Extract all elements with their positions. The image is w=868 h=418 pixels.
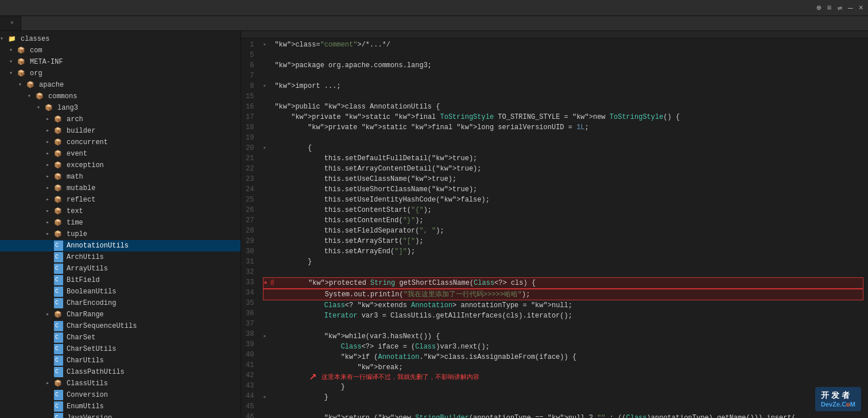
title-bar-tools: ⊕ ≡ ⇌ — × [816, 3, 863, 13]
tree-arrow: ▾ [0, 34, 8, 44]
code-line: this.setUseShortClassName("kw">true); [263, 184, 863, 195]
close-icon[interactable]: × [859, 3, 863, 13]
minimize-icon[interactable]: — [848, 3, 852, 13]
sidebar-item-org[interactable]: ▾📦org [0, 68, 241, 79]
sidebar-item-time[interactable]: ▸📦time [0, 217, 241, 229]
sync-icon[interactable]: ⊕ [816, 3, 821, 13]
code-line [263, 133, 863, 143]
class-icon: C [54, 344, 63, 354]
sidebar-item-meta-inf[interactable]: ▾📦META-INF [0, 56, 241, 68]
line-number: 43 [246, 381, 254, 391]
code-text: { [274, 143, 312, 153]
class-icon: C [54, 264, 63, 274]
list-icon[interactable]: ≡ [827, 3, 831, 13]
tree-arrow: ▸ [46, 195, 54, 205]
sidebar-item-label: tuple [67, 229, 87, 239]
sidebar-item-commons[interactable]: ▾📦commons [0, 91, 241, 102]
arrow-icon: ↗ [309, 371, 316, 382]
sidebar-item-bitfield[interactable]: CBitField [0, 274, 241, 286]
package-icon: 📦 [26, 80, 36, 90]
sidebar-item-label: arch [67, 114, 83, 125]
tree-arrow: ▸ [46, 309, 54, 320]
package-icon: 📦 [17, 45, 26, 56]
sidebar-item-tuple[interactable]: ▸📦tuple [0, 229, 241, 240]
sidebar-item-classutils[interactable]: ▸📦ClassUtils [0, 378, 241, 389]
code-gutter: ▸ [263, 81, 274, 91]
code-line [263, 50, 863, 60]
sidebar-item-charencoding[interactable]: CCharEncoding [0, 297, 241, 309]
code-text: Iterator var3 = ClassUtils.getAllInterfa… [274, 311, 572, 321]
code-line: this.setArrayStart("["); [263, 236, 863, 246]
code-line: Class<? "kw">extends Annotation> annotat… [263, 300, 863, 311]
tab-annotationutils[interactable]: × [0, 16, 21, 30]
sidebar-item-concurrent[interactable]: ▸📦concurrent [0, 137, 241, 148]
code-text: } [274, 257, 312, 267]
code-text: "kw">if (Annotation."kw">class.isAssigna… [274, 352, 576, 362]
code-text: this.setArrayContentDetail("kw">true); [274, 164, 481, 174]
class-icon: C [54, 298, 63, 308]
package-icon: 📦 [54, 160, 63, 171]
sidebar-item-arch[interactable]: ▸📦arch [0, 114, 241, 125]
sidebar-item-label: AnnotationUtils [67, 241, 129, 251]
sidebar-item-classes[interactable]: ▾📁classes [0, 33, 241, 45]
tab-close-button[interactable]: × [10, 20, 14, 26]
class-icon: C [54, 241, 63, 251]
package-icon: 📦 [54, 229, 63, 239]
code-content[interactable]: 1567815161718192021222324252627282930313… [241, 38, 868, 418]
code-text: "kw">private "kw">static "kw">final ToSt… [274, 112, 680, 122]
sidebar-item-label: ClassUtils [67, 378, 108, 389]
sidebar-item-label: CharSetUtils [67, 344, 116, 354]
code-text: this.setUseIdentityHashCode("kw">false); [274, 195, 489, 205]
sidebar-item-com[interactable]: ▾📦com [0, 45, 241, 56]
sidebar-item-label: reflect [67, 195, 95, 205]
line-number: 37 [246, 319, 254, 329]
sidebar-item-javaversion[interactable]: CJavaVersion [0, 412, 241, 418]
sidebar-item-math[interactable]: ▸📦math [0, 171, 241, 183]
tree-arrow: ▸ [46, 160, 54, 171]
code-line [263, 91, 863, 102]
swap-icon[interactable]: ⇌ [838, 3, 842, 13]
line-number: 29 [246, 236, 254, 246]
sidebar-item-builder[interactable]: ▸📦builder [0, 125, 241, 137]
sidebar-item-reflect[interactable]: ▸📦reflect [0, 194, 241, 206]
sidebar-item-booleanutils[interactable]: CBooleanUtils [0, 286, 241, 297]
line-number: 21 [246, 153, 254, 164]
sidebar-item-label: CharSet [67, 332, 95, 343]
code-text: this.setArrayStart("["); [274, 236, 423, 246]
sidebar-item-enumutils[interactable]: CEnumUtils [0, 401, 241, 412]
code-text: "kw">while(var3.hasNext()) { [274, 331, 440, 342]
code-line: ▸ { [263, 143, 863, 153]
decompile-bar [241, 31, 868, 38]
sidebar-item-label: apache [39, 80, 64, 90]
code-text: } [274, 382, 344, 392]
sidebar-item-mutable[interactable]: ▸📦mutable [0, 183, 241, 194]
sidebar-item-conversion[interactable]: CConversion [0, 389, 241, 401]
code-line: "kw">public "kw">class AnnotationUtils { [263, 102, 863, 112]
sidebar-item-label: concurrent [67, 137, 108, 148]
sidebar-item-charsequenceutils[interactable]: CCharSequenceUtils [0, 320, 241, 332]
sidebar-item-charutils[interactable]: CCharUtils [0, 355, 241, 366]
tree-arrow: ▸ [46, 172, 54, 182]
tree-arrow: ▸ [46, 126, 54, 136]
sidebar-item-annotationutils[interactable]: CAnnotationUtils [0, 240, 241, 251]
package-icon: 📦 [54, 206, 63, 216]
sidebar-item-lang3[interactable]: ▾📦lang3 [0, 102, 241, 114]
sidebar-item-label: CharSequenceUtils [67, 321, 137, 331]
code-text: "kw">public "kw">class AnnotationUtils { [274, 102, 440, 112]
sidebar-item-charset[interactable]: CCharSet [0, 332, 241, 343]
class-icon: C [54, 321, 63, 331]
code-line: Iterator var3 = ClassUtils.getAllInterfa… [263, 311, 863, 321]
sidebar-item-classpathutils[interactable]: CClassPathUtils [0, 366, 241, 378]
sidebar-item-charsetutils[interactable]: CCharSetUtils [0, 343, 241, 355]
sidebar-item-apache[interactable]: ▾📦apache [0, 79, 241, 91]
sidebar-item-event[interactable]: ▸📦event [0, 148, 241, 160]
sidebar-item-text[interactable]: ▸📦text [0, 206, 241, 217]
sidebar-item-exception[interactable]: ▸📦exception [0, 160, 241, 171]
line-number: 44 [246, 391, 254, 401]
class-icon: C [54, 275, 63, 285]
line-number: 16 [246, 102, 254, 112]
sidebar-item-charrange[interactable]: ▸📦CharRange [0, 309, 241, 320]
sidebar-item-archutils[interactable]: CArchUtils [0, 251, 241, 263]
tree-arrow: ▸ [46, 114, 54, 125]
sidebar-item-arrayutils[interactable]: CArrayUtils [0, 263, 241, 274]
